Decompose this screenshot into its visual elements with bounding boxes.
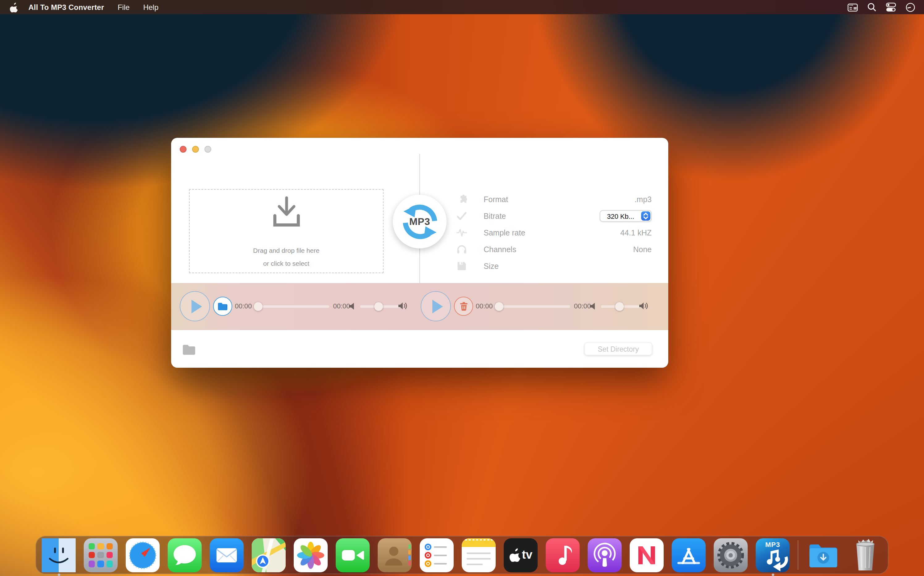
setting-value: 44.1 kHZ [621,228,652,237]
dock-icon-messages[interactable] [168,538,202,572]
clock-icon[interactable] [905,2,915,12]
headphones-icon [456,244,467,254]
output-player: 00:00 00:00 [412,283,655,330]
control-center-icon[interactable] [886,2,896,12]
apple-logo-icon [10,2,19,12]
dropzone-text-line2: or click to select [190,259,383,267]
elapsed-time: 00:00 [232,302,254,310]
setting-label: Format [484,195,508,204]
zoom-button[interactable] [204,146,211,153]
volume-max-icon [398,302,408,310]
setting-value: None [633,245,652,254]
setting-label: Size [484,262,499,270]
keyboard-window-icon[interactable] [847,3,858,11]
volume-max-icon [639,302,649,310]
setting-label: Sample rate [484,228,525,237]
volume-slider-thumb[interactable] [374,302,383,310]
launchpad-grid [89,543,113,567]
play-button[interactable] [180,291,210,322]
trash-icon [459,302,468,311]
seek-slider[interactable] [498,305,570,307]
dropdown-stepper-icon [641,211,650,221]
setting-row-channels: Channels None [448,241,652,258]
dock-icon-reminders[interactable] [420,538,454,572]
dock-icon-maps[interactable] [252,538,286,572]
dock-icon-mp3-converter[interactable]: MP3 [756,538,790,572]
file-drop-zone[interactable]: Drag and drop file here or click to sele… [189,189,383,273]
setting-label: Bitrate [484,212,506,220]
waveform-icon [456,227,467,238]
apple-menu[interactable] [10,2,19,12]
dropzone-text-line1: Drag and drop file here [190,246,383,254]
play-button[interactable] [421,291,451,322]
dock-icon-trash[interactable] [848,538,882,572]
converter-window: Drag and drop file here or click to sele… [171,138,668,368]
seek-slider[interactable] [258,305,329,307]
minimize-button[interactable] [192,146,199,153]
seek-slider-thumb[interactable] [495,302,503,310]
save-icon [456,261,467,271]
dock-icon-contacts[interactable] [378,538,412,572]
running-indicator [771,573,774,576]
spotlight-search-icon[interactable] [867,2,876,12]
tv-tile-label: tv [522,548,532,562]
menubar-item-help[interactable]: Help [143,3,158,11]
volume-slider[interactable] [601,305,642,307]
volume-slider[interactable] [360,305,401,307]
dock-icon-notes[interactable] [462,538,496,572]
dock-icon-news[interactable] [630,538,664,572]
dock-icon-app-store[interactable] [672,538,706,572]
dock-icon-launchpad[interactable] [84,538,118,572]
setting-row-bitrate: Bitrate 320 Kb... [448,208,652,224]
setting-label: Channels [484,245,516,254]
seek-slider-thumb[interactable] [254,302,262,310]
setting-value: .mp3 [634,195,652,204]
dock-icon-photos[interactable] [294,538,328,572]
dock-icon-facetime[interactable] [336,538,370,572]
download-tray-icon [271,196,302,229]
play-icon [191,299,202,313]
bitrate-dropdown[interactable]: 320 Kb... [600,210,652,222]
dock-icon-mail[interactable] [210,538,244,572]
player-bar: 00:00 00:00 [171,283,668,330]
puzzle-icon [456,194,467,205]
dock-icon-music[interactable] [546,538,580,572]
menubar-item-file[interactable]: File [118,3,130,11]
menu-bar: All To MP3 Converter File Help [0,0,924,14]
dock-icon-system-settings[interactable] [714,538,748,572]
volume-min-icon [590,302,597,310]
apple-logo-icon [509,548,521,562]
desktop: All To MP3 Converter File Help [0,0,924,576]
set-directory-button[interactable]: Set Directory [584,342,652,355]
source-player: 00:00 00:00 [171,283,415,330]
check-icon [456,211,467,221]
menubar-app-title[interactable]: All To MP3 Converter [29,3,104,11]
dock-icon-podcasts[interactable] [588,538,622,572]
volume-slider-thumb[interactable] [615,302,624,310]
dock-icon-finder[interactable] [42,538,76,572]
dock-divider [798,540,798,570]
setting-row-size: Size [448,258,652,274]
running-indicator [57,573,60,576]
output-directory-folder-icon[interactable] [182,344,196,355]
volume-min-icon [349,302,356,310]
menubar-status-icons [847,2,915,12]
mp3-convert-badge: MP3 [393,195,447,248]
setting-row-sample-rate: Sample rate 44.1 kHZ [448,224,652,241]
dock-icon-downloads[interactable] [806,538,840,572]
delete-file-button[interactable] [454,297,473,316]
open-file-button[interactable] [213,297,232,316]
bitrate-dropdown-value: 320 Kb... [600,212,641,220]
play-icon [432,299,442,313]
traffic-lights [180,146,211,153]
dock: tv [35,536,889,574]
setting-row-format: Format .mp3 [448,191,652,208]
dock-icon-safari[interactable] [126,538,160,572]
elapsed-time: 00:00 [473,302,495,310]
badge-label: MP3 [409,216,430,227]
dock-icon-apple-tv[interactable]: tv [504,538,538,572]
folder-icon [217,302,228,310]
close-button[interactable] [180,146,187,153]
output-settings-panel: Format .mp3 Bitrate 320 Kb... [448,191,652,274]
set-directory-label: Set Directory [598,345,639,353]
